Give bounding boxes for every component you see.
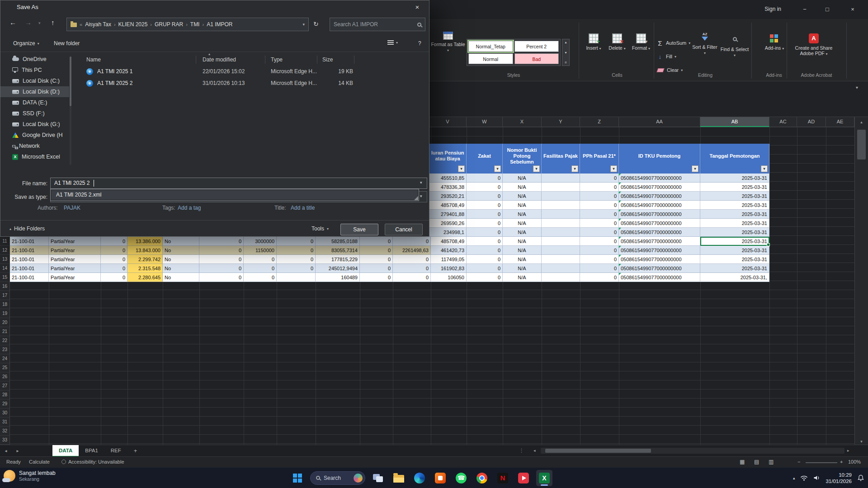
add-title-link[interactable]: Add a title xyxy=(291,205,315,211)
file-name-dropdown-icon[interactable]: ▾ xyxy=(420,180,422,185)
table-cell[interactable]: 0508615499077000000000 xyxy=(619,264,700,273)
delete-button[interactable]: Delete ▾ xyxy=(606,33,628,70)
table-cell[interactable]: N/A xyxy=(503,255,542,264)
table-cell[interactable]: 0508615499077000000000 xyxy=(619,192,700,201)
filter-dropdown-icon[interactable]: ▾ xyxy=(494,165,501,172)
filter-dropdown-icon[interactable]: ▾ xyxy=(761,165,768,172)
table-cell[interactable]: N/A xyxy=(503,210,542,219)
column-header-w[interactable]: W xyxy=(467,117,503,127)
filter-dropdown-icon[interactable]: ▾ xyxy=(571,165,578,172)
table-cell[interactable]: 0 xyxy=(467,273,503,282)
row-header-21[interactable]: 21 xyxy=(0,327,9,336)
table-cell[interactable]: N/A xyxy=(503,201,542,210)
page-layout-view-icon[interactable]: ▤ xyxy=(754,459,759,465)
table-cell[interactable]: 0 xyxy=(580,246,619,255)
table-cell[interactable] xyxy=(542,246,580,255)
fill-button[interactable]: ↓Fill▾ xyxy=(656,52,676,61)
table-cell[interactable]: 0 xyxy=(199,237,244,246)
cancel-button[interactable]: Cancel xyxy=(385,224,423,235)
gallery-down-icon[interactable]: ▾ xyxy=(562,51,569,55)
row-header-15[interactable]: 15 xyxy=(0,273,9,282)
table-cell[interactable]: N/A xyxy=(503,219,542,228)
table-cell[interactable]: No xyxy=(163,273,199,282)
search-input[interactable] xyxy=(334,21,417,28)
table-cell[interactable]: 2025-03-31 xyxy=(700,210,769,219)
table-cell[interactable]: No xyxy=(163,246,199,255)
table-cell[interactable]: 0508615499077000000000 xyxy=(619,246,700,255)
normal-view-icon[interactable]: ▦ xyxy=(740,459,745,465)
table-cell[interactable]: 117499,05 xyxy=(429,255,467,264)
row-header-14[interactable]: 14 xyxy=(0,264,9,273)
table-cell[interactable]: 0 xyxy=(277,264,316,273)
table-cell[interactable]: 83055,7314 xyxy=(316,246,360,255)
sidebar-item-data-e[interactable]: DATA (E:) xyxy=(0,97,69,108)
table-cell[interactable]: PartialYear xyxy=(49,255,101,264)
file-explorer-button[interactable] xyxy=(391,470,407,486)
search-box[interactable] xyxy=(330,18,425,31)
column-header-ae[interactable]: AE xyxy=(826,117,854,127)
table-cell[interactable]: 0 xyxy=(467,192,503,201)
table-cell[interactable]: 0 xyxy=(393,255,431,264)
table-cell[interactable]: 21-100-01 xyxy=(10,246,49,255)
table-cell[interactable]: 2025-03-31 xyxy=(700,264,769,273)
table-cell[interactable]: 2025-03-31, xyxy=(700,273,769,282)
file-name-input[interactable]: A1 TMI 2025 2 xyxy=(50,178,427,189)
sheet-tab-bpa1[interactable]: BPA1 xyxy=(79,445,104,457)
table-cell[interactable]: 0 xyxy=(277,255,316,264)
list-header-size[interactable]: Size xyxy=(322,56,333,63)
breadcrumb-item-tmi[interactable]: TMI xyxy=(190,21,200,28)
gallery-scroll[interactable]: ▴ ▾ ≡ xyxy=(562,39,570,66)
whatsapp-button[interactable]: ☎ xyxy=(453,470,469,486)
gallery-more-icon[interactable]: ≡ xyxy=(562,61,569,65)
hide-folders-button[interactable]: ▴Hide Folders xyxy=(9,225,45,232)
refresh-icon[interactable]: ↻ xyxy=(313,20,319,28)
filter-dropdown-icon[interactable]: ▾ xyxy=(692,165,698,172)
table-cell[interactable]: 234998,1 xyxy=(429,228,467,237)
sidebar-item-network[interactable]: Network xyxy=(0,141,69,151)
clear-button[interactable]: Clear▾ xyxy=(656,65,683,75)
office-button[interactable] xyxy=(432,470,448,486)
table-cell[interactable]: N/A xyxy=(503,183,542,192)
table-cell[interactable]: 0 xyxy=(360,264,393,273)
forward-button[interactable]: → xyxy=(25,19,32,26)
table-cell[interactable]: 0 xyxy=(580,228,619,237)
table-cell[interactable]: 0 xyxy=(393,273,431,282)
start-button[interactable] xyxy=(289,470,306,486)
sidebar-item-google-drive-h[interactable]: Google Drive (H xyxy=(0,130,69,141)
wifi-icon[interactable] xyxy=(800,475,808,481)
list-header-type[interactable]: Type xyxy=(271,56,283,63)
table-cell[interactable]: PartialYear xyxy=(49,264,101,273)
sidebar-scrollbar[interactable] xyxy=(70,56,71,165)
row-header-18[interactable]: 18 xyxy=(0,300,9,309)
sidebar-scroll-thumb[interactable] xyxy=(70,56,71,106)
table-cell[interactable]: 0 xyxy=(467,219,503,228)
file-row-a1-tmi-2025-1[interactable]: A1 TMI 2025 122/01/2026 15:02Microsoft E… xyxy=(73,66,425,77)
row-header-16[interactable]: 16 xyxy=(0,282,9,291)
organize-button[interactable]: Organize▾ xyxy=(13,40,39,47)
row-header-32[interactable]: 32 xyxy=(0,427,9,436)
table-cell[interactable]: 2.299.742 xyxy=(127,255,163,264)
sheet-tab-ref[interactable]: REF xyxy=(104,445,127,457)
edge-button[interactable] xyxy=(411,470,428,486)
sidebar-item-onedrive[interactable]: OneDrive xyxy=(0,54,69,65)
table-cell[interactable]: 0 xyxy=(467,246,503,255)
table-cell[interactable]: 0 xyxy=(467,228,503,237)
table-cell[interactable]: 0 xyxy=(580,237,619,246)
zoom-in-button[interactable]: + xyxy=(840,459,843,465)
column-header-x[interactable]: X xyxy=(503,117,542,127)
table-cell[interactable]: N/A xyxy=(503,273,542,282)
file-row-a1-tmi-2025-2[interactable]: A1 TMI 2025 231/01/2026 10:13Microsoft E… xyxy=(73,78,425,89)
table-cell[interactable]: 269590,26 xyxy=(429,219,467,228)
table-cell[interactable]: 461420,73 xyxy=(429,246,467,255)
breadcrumb-item-a1-impor[interactable]: A1 IMPOR xyxy=(207,21,232,28)
zoom-slider[interactable] xyxy=(806,462,837,463)
table-cell[interactable] xyxy=(542,228,580,237)
close-window-button[interactable]: × xyxy=(844,4,862,15)
table-cell[interactable]: PartialYear xyxy=(49,237,101,246)
table-cell[interactable]: 0 xyxy=(467,255,503,264)
table-cell[interactable]: 485708,49 xyxy=(429,201,467,210)
table-cell[interactable]: N/A xyxy=(503,228,542,237)
maximize-button[interactable]: □ xyxy=(818,4,836,15)
table-cell[interactable]: 245012,9494 xyxy=(316,264,360,273)
suggestion-item[interactable]: A1 TMI 2025 2.xml xyxy=(52,190,418,200)
